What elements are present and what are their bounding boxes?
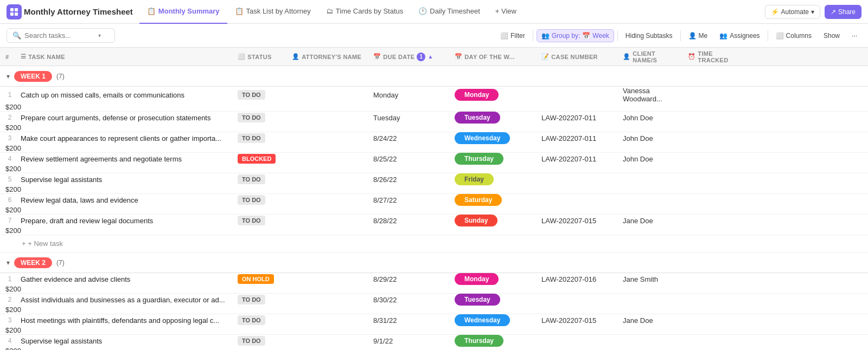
task-name[interactable]: Prepare court arguments, defense or pros…	[17, 114, 234, 122]
add-view-button[interactable]: + View	[488, 0, 524, 24]
task-status[interactable]: TO DO	[234, 216, 289, 225]
task-name[interactable]: Gather evidence and advise clients	[17, 275, 234, 283]
task-name[interactable]: Assist individuals and businesses as a g…	[17, 296, 234, 304]
status-badge[interactable]: TO DO	[238, 315, 265, 325]
hiding-subtasks-button[interactable]: Hiding Subtasks	[621, 30, 677, 42]
svg-rect-1	[15, 8, 18, 11]
th-status[interactable]: ⬜ STATUS	[234, 53, 289, 60]
th-time-tracked[interactable]: ⏰ TIME TRACKED	[685, 50, 739, 63]
task-name[interactable]: Prepare, draft and review legal document…	[17, 217, 234, 225]
tab-daily-timesheet[interactable]: 🕐 Daily Timesheet	[411, 0, 487, 24]
status-badge[interactable]: TO DO	[238, 295, 265, 304]
task-name[interactable]: Review settlement agreements and negotia…	[17, 155, 234, 163]
share-button[interactable]: ↗ Share	[825, 5, 861, 19]
day-badge: Friday	[455, 173, 494, 185]
task-status[interactable]: TO DO	[234, 113, 289, 122]
task-name[interactable]: Catch up on missed calls, emails or comm…	[17, 91, 234, 99]
status-badge[interactable]: TO DO	[238, 195, 265, 205]
search-input[interactable]	[24, 31, 95, 40]
week1-badge: WEEK 1	[14, 71, 52, 82]
task-name[interactable]: Review legal data, laws and evidence	[17, 196, 234, 204]
task-status[interactable]: BLOCKED	[234, 154, 289, 164]
task-status[interactable]: TO DO	[234, 133, 289, 143]
filter-button[interactable]: ⬜ Filter	[496, 30, 529, 42]
task-status[interactable]: TO DO	[234, 315, 289, 325]
task-name[interactable]: Host meetings with plaintiffs, defendant…	[17, 316, 234, 325]
task-status[interactable]: TO DO	[234, 90, 289, 100]
client-name: Jane Doe	[620, 316, 685, 325]
status-badge[interactable]: TO DO	[238, 133, 265, 143]
columns-button[interactable]: ⬜ Columns	[771, 30, 816, 42]
search-box[interactable]: 🔍 ▾	[7, 28, 115, 43]
sort-arrow-icon: ▲	[427, 54, 433, 60]
day-icon: 📅	[455, 53, 462, 60]
th-day-of-week[interactable]: 📅 DAY OF THE W...	[451, 53, 538, 60]
task-status[interactable]: TO DO	[234, 336, 289, 346]
status-badge[interactable]: TO DO	[238, 216, 265, 225]
task-status[interactable]: TO DO	[234, 295, 289, 304]
day-badge: Wednesday	[455, 314, 510, 326]
tab-time-cards[interactable]: 🗂 Time Cards by Status	[318, 0, 411, 24]
more-button[interactable]: ···	[847, 30, 861, 42]
status-badge[interactable]: BLOCKED	[238, 154, 276, 164]
task-name[interactable]: Make court appearances to represent clie…	[17, 134, 234, 142]
day-of-week: Tuesday	[451, 112, 538, 124]
divider	[617, 30, 618, 41]
divider	[533, 30, 533, 41]
day-badge: Monday	[455, 89, 499, 101]
rate: $200	[2, 124, 17, 132]
th-attorney[interactable]: 👤 ATTORNEY'S NAME	[289, 53, 370, 60]
due-date: 8/30/22	[370, 296, 451, 304]
day-badge: Thursday	[455, 153, 503, 165]
task-status[interactable]: TO DO	[234, 174, 289, 184]
app-icon	[7, 4, 22, 20]
attorney-icon: 👤	[292, 53, 299, 60]
task-status[interactable]: ON HOLD	[234, 274, 289, 284]
day-of-week: Sunday	[451, 215, 538, 226]
assignees-button[interactable]: 👥 Assignees	[715, 30, 764, 42]
client-name: Vanessa Woodward...	[620, 87, 685, 103]
automate-button[interactable]: ⚡ Automate ▾	[765, 5, 820, 19]
case-number: LAW-202207-011	[538, 155, 620, 163]
tab-monthly-summary[interactable]: 📋 Monthly Summary	[139, 0, 227, 24]
week1-new-task[interactable]: + + New task	[0, 235, 868, 252]
row-number: 1	[2, 91, 17, 99]
day-badge: Saturday	[455, 194, 502, 206]
th-client-name[interactable]: 👤 CLIENT NAME/S	[620, 50, 685, 63]
divider	[768, 30, 768, 41]
week1-collapse-button[interactable]: ▾	[7, 73, 10, 80]
status-badge[interactable]: TO DO	[238, 174, 265, 184]
due-date: 8/24/22	[370, 134, 451, 142]
table-header: # ☰ TASK NAME ⬜ STATUS 👤 ATTORNEY'S NAME…	[0, 48, 868, 66]
day-of-week: Monday	[451, 273, 538, 285]
th-due-date[interactable]: 📅 DUE DATE 1 ▲	[370, 53, 451, 61]
me-button[interactable]: 👤 Me	[684, 30, 712, 42]
th-case-number[interactable]: 📝 CASE NUMBER	[538, 53, 620, 60]
show-button[interactable]: Show	[819, 30, 844, 42]
task-status[interactable]: TO DO	[234, 195, 289, 205]
week2-collapse-button[interactable]: ▾	[7, 259, 10, 267]
status-badge[interactable]: TO DO	[238, 90, 265, 100]
group-by-button[interactable]: 👥 Group by: 📅 Week	[537, 29, 614, 42]
status-badge[interactable]: TO DO	[238, 336, 265, 346]
day-of-week: Friday	[451, 173, 538, 185]
status-badge[interactable]: ON HOLD	[238, 274, 274, 284]
th-task-name[interactable]: ☰ TASK NAME	[17, 53, 234, 60]
tab-task-list[interactable]: 📋 Task List by Attorney	[227, 0, 318, 24]
table-row: 1 Catch up on missed calls, emails or co…	[0, 87, 868, 112]
tab-icon: 🕐	[418, 7, 427, 15]
top-right-actions: ⚡ Automate ▾ ↗ Share	[765, 5, 861, 19]
row-number: 6	[2, 196, 17, 204]
due-date: 9/1/22	[370, 337, 451, 345]
share-icon: ↗	[831, 8, 836, 16]
tab-icon: 🗂	[326, 7, 333, 15]
task-name[interactable]: Supervise legal assistants	[17, 176, 234, 184]
columns-icon: ⬜	[776, 32, 784, 40]
client-icon: 👤	[623, 53, 630, 60]
task-name[interactable]: Supervise legal assistants	[17, 337, 234, 345]
week2-rows: 1 Gather evidence and advise clients ON …	[0, 273, 868, 350]
search-icon: 🔍	[12, 31, 21, 40]
row-number: 2	[2, 114, 17, 121]
status-badge[interactable]: TO DO	[238, 113, 265, 122]
table-row: 4 Review settlement agreements and negot…	[0, 153, 868, 173]
